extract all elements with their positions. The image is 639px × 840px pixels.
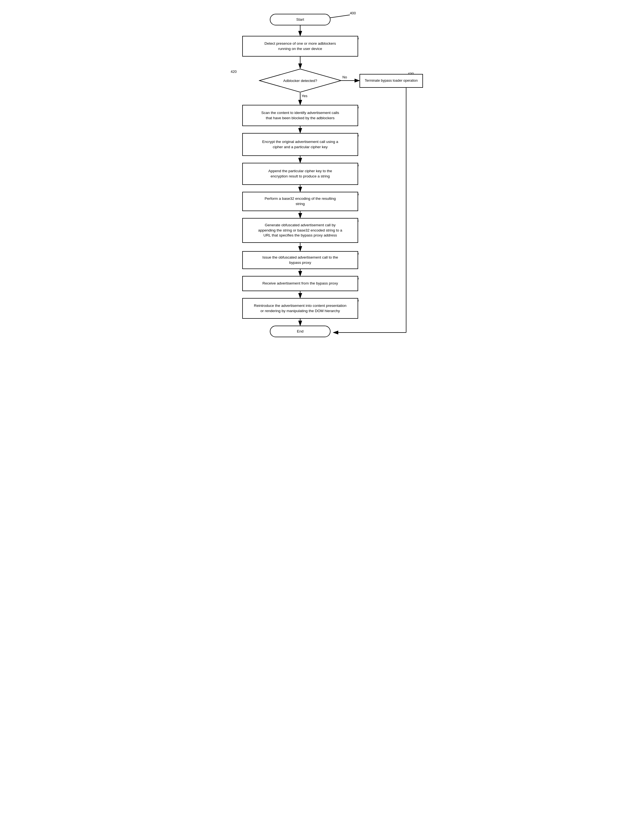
- node-440: Scan the content to identify advertiseme…: [242, 105, 358, 126]
- node-475: Generate obfuscated advertisement call b…: [242, 218, 358, 243]
- node-410: Detect presence of one or more adblocker…: [242, 36, 358, 57]
- node-480c: Reintroduce the advertisement into conte…: [242, 298, 358, 319]
- diamond-420: Adblocker detected?: [259, 68, 342, 93]
- start-node: Start: [270, 14, 331, 25]
- node-430: Terminate bypass loader operation: [359, 74, 423, 88]
- node-460: Append the particular cipher key to the …: [242, 163, 358, 185]
- no-label: No: [342, 75, 347, 79]
- flowchart: 400 Start 410 Detect presence of one or …: [215, 6, 424, 309]
- yes-label: Yes: [302, 94, 307, 98]
- node-450: Encrypt the original advertisement call …: [242, 133, 358, 156]
- node-470: Perform a base32 encoding of the resulti…: [242, 192, 358, 211]
- end-node: End: [270, 326, 331, 337]
- node-480a: Issue the obfuscated advertisement call …: [242, 251, 358, 269]
- ref-420: 420: [230, 70, 237, 74]
- node-480b: Receive advertisement from the bypass pr…: [242, 276, 358, 291]
- ref-400: 400: [350, 11, 356, 15]
